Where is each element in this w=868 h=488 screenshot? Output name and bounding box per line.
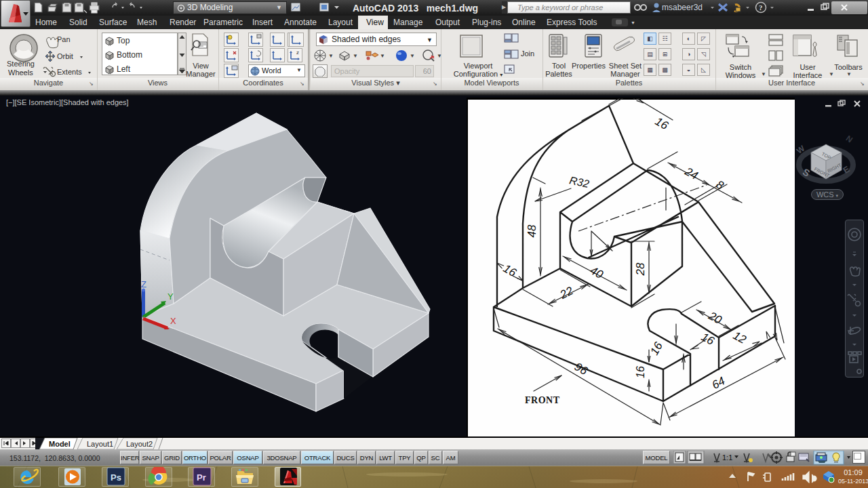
svg-text:Layout1: Layout1 <box>87 440 113 448</box>
svg-text:FRONT: FRONT <box>525 395 560 405</box>
svg-text:Pr: Pr <box>197 472 206 483</box>
svg-text:Pan: Pan <box>57 35 71 43</box>
svg-text:Steering: Steering <box>7 60 35 68</box>
svg-text:X: X <box>170 316 176 326</box>
svg-text:16: 16 <box>635 366 646 378</box>
svg-text:64: 64 <box>710 374 728 392</box>
svg-text:22: 22 <box>557 284 576 302</box>
svg-text:Ps: Ps <box>111 472 121 483</box>
svg-text:Y: Y <box>167 291 174 302</box>
svg-text:28: 28 <box>634 262 647 276</box>
svg-text:12: 12 <box>731 329 749 346</box>
svg-text:16: 16 <box>501 262 519 279</box>
svg-text:Layout2: Layout2 <box>126 440 153 448</box>
svg-text:Extents: Extents <box>57 68 82 76</box>
svg-text:Z: Z <box>141 279 146 289</box>
svg-text:96: 96 <box>572 360 590 378</box>
svg-text:16: 16 <box>648 340 665 357</box>
svg-text:16: 16 <box>699 330 717 348</box>
svg-text:z: z <box>296 49 299 56</box>
svg-text:48: 48 <box>526 224 538 237</box>
svg-text:Orbit: Orbit <box>57 52 73 60</box>
svg-text:1:1: 1:1 <box>722 453 732 462</box>
svg-text:msabeer3d: msabeer3d <box>662 3 703 12</box>
svg-text:Model: Model <box>49 440 71 448</box>
svg-text:R32: R32 <box>568 174 590 190</box>
svg-text:Wheels: Wheels <box>8 68 33 77</box>
svg-text:24: 24 <box>682 165 701 182</box>
svg-text:40: 40 <box>588 264 606 281</box>
svg-text:N: N <box>844 134 854 144</box>
svg-text:?: ? <box>759 3 763 12</box>
